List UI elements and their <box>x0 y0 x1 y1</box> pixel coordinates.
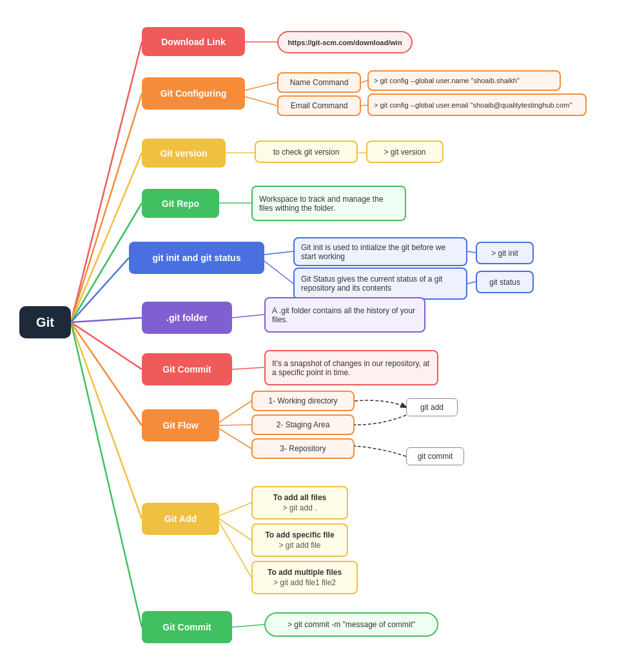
repo-label: Git Repo <box>162 199 199 209</box>
add3-detail: To add multiple files > git add file1 fi… <box>251 561 358 594</box>
name-val-detail: > git config --global user.name "shoaib.… <box>367 70 561 91</box>
download-node[interactable]: Download Link <box>142 27 245 56</box>
commit2-label: Git Commit <box>162 622 211 632</box>
commit1-node[interactable]: Git Commit <box>142 353 232 385</box>
version-cmd-detail: > git version <box>366 141 444 163</box>
status-cmd-detail: git status <box>476 271 534 293</box>
version-label: Git version <box>160 148 207 159</box>
add2-detail: To add specific file > git add file <box>251 523 348 557</box>
repo-desc-detail: Workspace to track and manage the files … <box>251 186 406 221</box>
svg-line-21 <box>467 282 476 284</box>
download-label: Download Link <box>161 37 226 47</box>
svg-line-18 <box>264 251 293 255</box>
svg-line-13 <box>361 81 367 82</box>
flow-sa-detail: 2- Staging Area <box>251 414 355 435</box>
svg-line-22 <box>232 315 264 318</box>
commit1-desc-detail: It's a snapshot of changes in our reposi… <box>264 350 438 385</box>
svg-line-0 <box>71 42 142 322</box>
svg-line-25 <box>219 425 251 425</box>
svg-line-6 <box>71 322 142 369</box>
svg-line-14 <box>361 105 367 106</box>
svg-line-1 <box>71 93 142 322</box>
svg-line-5 <box>71 318 142 322</box>
download-link-detail: https://git-scm.com/download/win <box>277 31 413 53</box>
init-node[interactable]: git init and git status <box>129 242 264 274</box>
commit2-node[interactable]: Git Commit <box>142 611 232 643</box>
name-cmd-detail: Name Command <box>277 72 361 93</box>
commit2-cmd-detail: > git commit -m "message of commit" <box>264 612 438 637</box>
svg-line-11 <box>245 82 277 90</box>
git-root-node[interactable]: Git <box>19 306 71 338</box>
email-cmd-detail: Email Command <box>277 95 361 116</box>
flow-node[interactable]: Git Flow <box>142 409 219 442</box>
flow-wd-detail: 1- Working directory <box>251 391 355 411</box>
status-desc-detail: Git Status gives the current status of a… <box>293 267 467 300</box>
svg-line-20 <box>467 251 476 253</box>
gitadd-node[interactable]: Git Add <box>142 503 219 535</box>
svg-line-26 <box>219 429 251 449</box>
gitfolder-node[interactable]: .git folder <box>142 302 232 334</box>
configuring-label: Git Configuring <box>161 88 227 99</box>
svg-line-24 <box>219 401 251 422</box>
svg-line-19 <box>264 261 293 284</box>
init-cmd-detail: > git init <box>476 242 534 264</box>
svg-line-9 <box>71 322 142 627</box>
init-desc-detail: Git init is used to intialize the git be… <box>293 237 467 266</box>
version-node[interactable]: Git version <box>142 139 226 168</box>
svg-line-4 <box>71 258 129 322</box>
email-val-detail: > git config --global user.email "shoaib… <box>367 93 587 116</box>
svg-line-23 <box>232 367 264 369</box>
svg-line-30 <box>232 625 264 627</box>
init-label: git init and git status <box>153 253 241 263</box>
commit1-label: Git Commit <box>162 364 211 374</box>
git-root-label: Git <box>36 315 54 330</box>
flow-label: Git Flow <box>162 420 198 431</box>
download-link-text: https://git-scm.com/download/win <box>288 39 402 46</box>
svg-line-12 <box>245 97 277 106</box>
repo-node[interactable]: Git Repo <box>142 189 219 218</box>
gitfolder-desc-detail: A .git folder contains all the history o… <box>264 297 425 333</box>
svg-line-28 <box>219 519 251 540</box>
version-check-detail: to check git version <box>255 141 358 163</box>
configuring-node[interactable]: Git Configuring <box>142 77 245 110</box>
svg-line-8 <box>71 322 142 519</box>
flow-repo-detail: 3- Repository <box>251 438 355 459</box>
svg-line-2 <box>71 153 142 322</box>
svg-line-29 <box>219 522 251 578</box>
flow-gitcommit-label: git commit <box>406 447 464 465</box>
add1-detail: To add all files > git add . <box>251 486 348 519</box>
svg-line-27 <box>219 503 251 516</box>
gitfolder-label: .git folder <box>166 313 208 323</box>
gitadd-label: Git Add <box>164 514 197 524</box>
svg-line-7 <box>71 322 142 425</box>
flow-gitadd-label: git add <box>406 398 458 416</box>
